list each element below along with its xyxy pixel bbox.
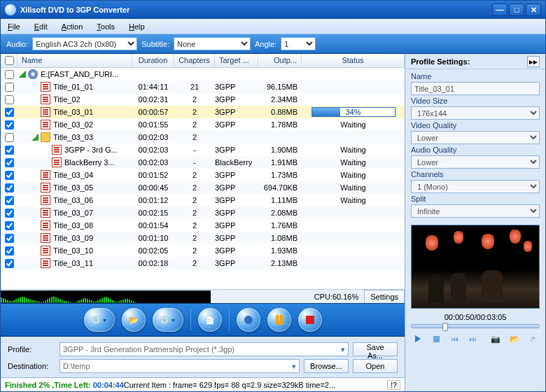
row-name: Title_03_01 <box>53 108 93 116</box>
row-checkbox[interactable] <box>5 83 14 92</box>
open-folder-button[interactable]: 📂 <box>507 332 521 345</box>
row-name: Title_03_11 <box>53 259 93 267</box>
col-checkbox[interactable] <box>1 54 18 67</box>
doc-icon <box>41 120 50 130</box>
stop-button[interactable] <box>298 308 322 332</box>
add-folder-button[interactable]: 📂 <box>122 308 146 332</box>
expand-icon[interactable] <box>31 134 38 141</box>
col-status[interactable]: Status <box>302 54 405 67</box>
profile-settings-panel: Profile Settings: ▸▸ Name Video Size 176… <box>405 54 545 391</box>
doc-icon <box>41 82 50 92</box>
row-checkbox[interactable] <box>5 120 14 130</box>
open-button[interactable]: Open <box>353 359 398 373</box>
row-checkbox[interactable] <box>5 246 14 255</box>
videosize-select[interactable]: 176x144 <box>411 106 540 120</box>
audio-select[interactable]: English AC3 2ch (0x80) <box>32 37 137 50</box>
table-row[interactable]: Title_03_0200:01:5523GPP1.78MBWaiting <box>1 118 405 131</box>
table-row[interactable]: Title_03_1100:02:1823GPP2.13MB <box>1 257 405 270</box>
expand-settings-button[interactable]: ▸▸ <box>527 56 540 67</box>
row-checkbox[interactable] <box>5 158 14 167</box>
row-checkbox[interactable] <box>5 234 14 243</box>
row-checkbox[interactable] <box>5 95 14 104</box>
save-as-button[interactable]: Save As... <box>353 342 398 356</box>
row-checkbox[interactable] <box>5 209 14 218</box>
name-field[interactable] <box>411 82 540 95</box>
doc-icon <box>41 258 50 268</box>
subtitle-select[interactable]: None <box>174 37 251 50</box>
table-row[interactable]: Title_03_1000:02:0523GPP1.93MB <box>1 244 405 257</box>
row-checkbox[interactable] <box>5 259 14 268</box>
destination-combo[interactable]: D:\temp▾ <box>59 359 300 373</box>
doc-icon <box>52 158 62 167</box>
row-checkbox[interactable] <box>5 133 14 142</box>
table-row[interactable]: Title_03_0800:01:5423GPP1.76MB <box>1 219 405 232</box>
row-checkbox[interactable] <box>5 221 14 230</box>
title-bar[interactable]: Xilisoft DVD to 3GP Converter — □ ✕ <box>1 1 545 19</box>
channels-select[interactable]: 1 (Mono) <box>411 180 540 193</box>
play-button[interactable] <box>411 332 425 345</box>
file-grid[interactable]: E:[FAST_AND_FURI...Title_01_0101:44:1121… <box>1 68 405 289</box>
profile-combo[interactable]: 3GPP - 3rd Generation Partnership Projec… <box>59 342 349 356</box>
table-row[interactable]: Title_0200:02:3123GPP2.34MB <box>1 93 405 106</box>
row-checkbox[interactable] <box>5 171 14 180</box>
settings-button[interactable]: Settings <box>364 290 405 304</box>
pause-button[interactable] <box>267 308 291 332</box>
browse-button[interactable]: Browse... <box>304 359 349 373</box>
col-name[interactable]: Name <box>18 54 132 67</box>
record-button[interactable] <box>237 308 260 332</box>
menu-help[interactable]: Help <box>129 22 145 31</box>
prev-button[interactable]: ⏮ <box>448 332 462 345</box>
table-row[interactable]: Title_03_0500:00:4523GPP694.70KBWaiting <box>1 181 405 194</box>
next-button[interactable]: ⏭ <box>466 332 480 345</box>
menu-tools[interactable]: Tools <box>97 22 115 31</box>
minimize-button[interactable]: — <box>492 4 507 16</box>
table-row[interactable]: Title_03_0400:01:5223GPP1.73MBWaiting <box>1 169 405 181</box>
video-preview[interactable] <box>411 225 540 309</box>
menu-edit[interactable]: Edit <box>34 22 48 31</box>
row-checkbox[interactable] <box>5 108 14 117</box>
menu-action[interactable]: Action <box>62 22 83 31</box>
table-row[interactable]: Title_03_0600:01:1223GPP1.11MBWaiting <box>1 194 405 206</box>
table-row[interactable]: Title_03_0100:00:5723GPP0.88MB34% <box>1 106 405 118</box>
videoquality-select[interactable]: Lower <box>411 131 540 144</box>
status-bar: Finished 2% ,Time Left: 00:04:44 Current… <box>1 377 405 391</box>
split-select[interactable]: Infinite <box>411 204 540 218</box>
snapshot-button[interactable]: 📷 <box>489 332 503 345</box>
audioquality-select[interactable]: Lower <box>411 155 540 169</box>
col-duration[interactable]: Duration <box>132 54 174 67</box>
add-item-button[interactable]: 📄 <box>198 308 222 332</box>
col-target[interactable]: Target ... <box>215 54 258 67</box>
table-row[interactable]: Title_03_0300:02:032 <box>1 131 405 144</box>
row-checkbox[interactable] <box>5 196 14 205</box>
angle-select[interactable]: 1 <box>281 37 316 50</box>
row-checkbox[interactable] <box>5 70 14 79</box>
stop-icon <box>306 316 314 324</box>
dvd-open-button[interactable]: 💿▼ <box>84 308 115 332</box>
seek-slider[interactable] <box>411 324 540 328</box>
col-output[interactable]: Outp... <box>258 54 302 67</box>
col-chapters[interactable]: Chapters <box>174 54 215 67</box>
player-stop-button[interactable] <box>429 332 443 345</box>
table-row[interactable]: Title_03_0700:02:1523GPP2.08MB <box>1 206 405 219</box>
popup-button[interactable]: ↗ <box>526 332 540 345</box>
row-checkbox[interactable] <box>5 183 14 192</box>
menu-file[interactable]: File <box>8 22 20 31</box>
expand-icon[interactable] <box>19 71 26 78</box>
table-row[interactable]: Title_01_0101:44:11213GPP96.15MB <box>1 80 405 93</box>
table-row[interactable]: E:[FAST_AND_FURI... <box>1 68 405 80</box>
table-row[interactable]: BlackBerry 3...00:02:03-BlackBerry1.91MB… <box>1 156 405 169</box>
add-folder-icon: 📂 <box>129 316 139 325</box>
row-name: Title_03_04 <box>53 171 93 179</box>
cpu-bar: CPU:60.16% Settings <box>1 289 405 303</box>
table-row[interactable]: 3GPP - 3rd G...00:02:03-3GPP1.90MBWaitin… <box>1 144 405 156</box>
close-button[interactable]: ✕ <box>526 4 541 16</box>
row-name: Title_02 <box>53 95 80 104</box>
play-icon <box>415 335 421 342</box>
row-checkbox[interactable] <box>5 146 14 155</box>
row-name: Title_03_09 <box>53 234 93 242</box>
status-alert-button[interactable]: !? <box>387 380 400 390</box>
maximize-button[interactable]: □ <box>509 4 524 16</box>
menu-bar: File Edit Action Tools Help <box>1 19 545 34</box>
dvd-menu-button[interactable]: 💿▼ <box>153 308 183 332</box>
table-row[interactable]: Title_03_0900:01:1023GPP1.08MB <box>1 232 405 244</box>
